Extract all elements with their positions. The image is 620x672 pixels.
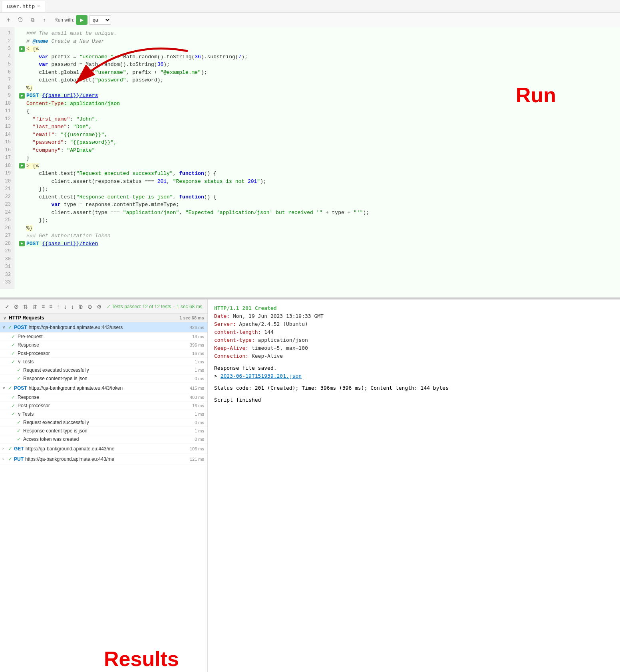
req-title-1: POSThttps://qa-bankground.apimate.eu:443… [14,385,180,391]
tab-label: user.http [7,4,35,10]
run-with-label: Run with: [54,17,74,23]
check-icon-2: ✓ [8,446,12,452]
code-text-29: %} [26,224,33,232]
sub-label-0-2: Post-processor [18,351,180,356]
tab-close-icon[interactable]: × [37,4,40,9]
sub-item-0-3[interactable]: ✓ ∨ Tests 1 ms [0,358,207,366]
sub-check-0-2: ✓ [11,351,15,356]
timer-button[interactable]: ⏱ [15,15,26,25]
sub-item-0-1[interactable]: ✓ Response 396 ms [0,341,207,349]
request-row-1[interactable]: ∨ ✓ POSThttps://qa-bankground.apimate.eu… [0,383,207,393]
http-requests-group-header[interactable]: ∨ HTTP Requests 1 sec 68 ms [0,314,207,322]
export-icon: ↑ [43,17,46,23]
code-line-25: client.test("Response content-type is js… [19,193,620,201]
toggle-btn-3[interactable]: ▶ [19,46,25,52]
code-line-18: "company": "APImate" [19,147,620,155]
request-row-0[interactable]: ∨ ✓ POSThttps://qa-bankground.apimate.eu… [0,322,207,333]
copy-button[interactable]: ⧉ [27,15,38,25]
sub-label-0-1: Response [18,342,180,348]
gc-check-1-2-2: ✓ [17,436,21,442]
expand-icon-3: › [2,457,6,461]
zoom-in-button[interactable]: ⊕ [77,303,85,311]
sub-item-1-1[interactable]: ✓ Post-processor 16 ms [0,402,207,410]
sub-label-1-1: Post-processor [18,403,180,408]
sub-label-0-3: ∨ Tests [18,359,180,365]
add-button[interactable]: + [3,15,14,25]
filter-toggle-button[interactable]: ✓ [3,303,11,311]
settings-button[interactable]: ⚙ [95,303,103,311]
code-text-20: > {% [26,162,39,170]
gc-label-0-3-1: Response content-type is json [23,376,180,381]
toggle-btn-20[interactable]: ▶ [19,163,25,168]
code-line-9: %} [19,84,620,92]
gc-label-0-3-0: Request executed successfully [23,367,180,373]
sub-time-0-3: 1 ms [180,359,204,364]
sub-sub-item-1-2-1[interactable]: ✓ Response content-type is json 1 ms [0,427,207,435]
down-button[interactable]: ↓ [62,303,68,311]
gc-check-0-3-1: ✓ [17,376,21,381]
gc-time-0-3-1: 0 ms [180,376,204,381]
code-line-8: client.global.set("password", password); [19,76,620,84]
sub-item-0-2[interactable]: ✓ Post-processor 16 ms [0,349,207,358]
align-left-button[interactable]: ≡ [40,303,46,311]
sub-item-0-0[interactable]: ✓ Pre-request 13 ms [0,333,207,341]
req-time-1: 415 ms [180,386,204,391]
code-line-22: client.assert(response.status === 201, "… [19,178,620,186]
expand-icon-1: ∨ [2,386,6,390]
code-line-28: }); [19,216,620,224]
sort-za-button[interactable]: ⇵ [31,303,39,311]
code-text-7: client.global.set("username", prefix + "… [26,69,207,77]
sub-sub-item-1-2-0[interactable]: ✓ Request executed successfully 0 ms [0,418,207,427]
code-text-33: POST {{base_url}}/token [26,240,98,248]
code-lines[interactable]: ### The email must be unique.# @name Cre… [14,27,620,289]
sort-az-button[interactable]: ⇅ [22,303,30,311]
sub-sub-item-0-3-0[interactable]: ✓ Request executed successfully 1 ms [0,366,207,375]
resp-file-saved: Response file saved. [214,364,614,372]
toggle-btn-10[interactable]: ▶ [19,93,25,99]
export-button[interactable]: ↑ [39,15,50,25]
request-row-3[interactable]: › ✓ PUThttps://qa-bankground.apimate.eu:… [0,454,207,464]
check-icon-0: ✓ [8,324,12,330]
sub-check-0-0: ✓ [11,334,15,339]
request-row-2[interactable]: › ✓ GEThttps://qa-bankground.apimate.eu:… [0,444,207,454]
sub-time-1-2: 1 ms [180,412,204,416]
align-right-button[interactable]: ≡ [48,303,54,311]
env-select[interactable]: qa dev prod [89,15,111,25]
req-title-0: POSThttps://qa-bankground.apimate.eu:443… [14,325,180,330]
code-line-4: var prefix = "username-" + Math.random()… [19,53,620,61]
code-text-21: client.test("Request executed successful… [26,170,217,178]
sub-time-0-2: 16 ms [180,351,204,356]
code-text-11: Content-Type: application/json [26,100,120,108]
filter-clear-button[interactable]: ⊘ [12,303,20,311]
sub-item-1-0[interactable]: ✓ Response 403 ms [0,393,207,402]
zoom-out-button[interactable]: ⊖ [86,303,94,311]
code-text-5: var password = Math.random().toString(36… [26,61,170,69]
sub-item-1-2[interactable]: ✓ ∨ Tests 1 ms [0,410,207,418]
sub-sub-item-0-3-1[interactable]: ✓ Response content-type is json 0 ms [0,375,207,383]
code-line-10: ▶POST {{base_url}}/users [19,92,620,100]
toggle-btn-33[interactable]: ▶ [19,241,25,246]
expand-icon-2: › [2,446,6,451]
code-line-29: %} [19,224,620,232]
copy-icon: ⧉ [31,17,34,23]
gc-check-0-3-0: ✓ [17,367,21,373]
results-list: ∨ HTTP Requests 1 sec 68 ms ∨ ✓ POSThttp… [0,314,207,672]
resp-file-link-a[interactable]: 2023-06-19T151939.201.json [221,373,302,379]
code-line-21: client.test("Request executed successful… [19,170,620,178]
req-time-0: 426 ms [180,325,204,330]
resp-script-finished: Script finished [214,396,614,404]
gc-time-1-2-0: 0 ms [180,420,204,425]
run-button[interactable]: ▶ [76,15,87,25]
up-button[interactable]: ↑ [55,303,61,311]
code-text-10: POST {{base_url}}/users [26,92,98,100]
code-text-2: # @name Create a New User [26,38,104,46]
resp-header-5: Connection: Keep-Alive [214,352,614,360]
code-line-7: client.global.set("username", prefix + "… [19,69,620,77]
run-icon: ▶ [80,17,83,23]
clock-icon: ⏱ [17,16,24,24]
import-button[interactable]: ↓ [70,303,76,311]
code-text-4: var prefix = "username-" + Math.random()… [26,53,248,61]
code-text-27: client.assert(type === "application/json… [26,209,369,217]
sub-sub-item-1-2-2[interactable]: ✓ Access token was created 0 ms [0,435,207,444]
tab-user-http[interactable]: user.http × [2,1,45,12]
